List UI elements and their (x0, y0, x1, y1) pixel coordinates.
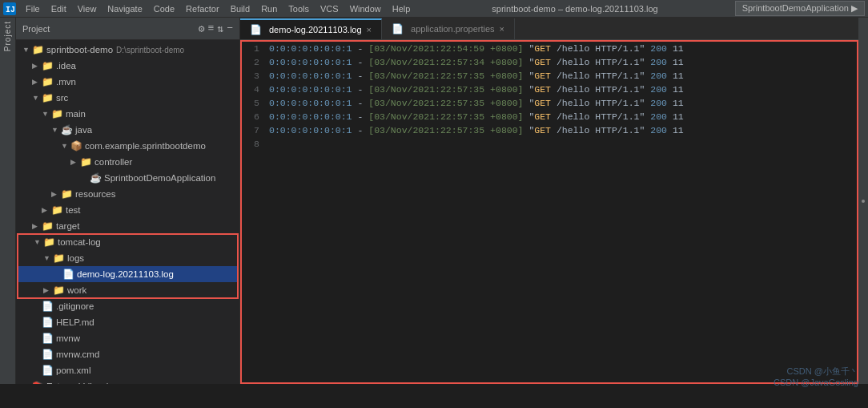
sort-icon[interactable]: ⇅ (217, 22, 223, 35)
tree-item-mvn[interactable]: ▶ 📁 .mvn (16, 74, 239, 90)
folder-icon-target: 📁 (42, 220, 54, 232)
line-number: 2 (242, 55, 266, 69)
tree-item-logs[interactable]: ▼ 📁 logs (18, 250, 238, 266)
tab-demo-log[interactable]: 📄 demo-log.20211103.log × (240, 18, 382, 39)
tree-label-app: SprintbootDemoApplication (104, 173, 215, 183)
arrow-work: ▶ (43, 286, 53, 294)
tree-item-resources[interactable]: ▶ 📁 resources (16, 186, 239, 202)
tree-item-mvnwcmd[interactable]: 📄 mvnw.cmd (16, 346, 239, 362)
line-number: 8 (242, 137, 266, 149)
tab-application-properties[interactable]: 📄 application.properties × (382, 18, 515, 39)
watermark-line2: CSDN @JavaGosling (774, 378, 858, 387)
code-line: 10:0:0:0:0:0:0:1 - [03/Nov/2021:22:54:59… (242, 42, 857, 55)
menu-code[interactable]: Code (149, 2, 179, 15)
java-icon: ☕ (61, 124, 73, 135)
right-handle[interactable] (858, 18, 868, 384)
editor-area: 📄 demo-log.20211103.log × 📄 application.… (240, 18, 858, 384)
menu-refactor[interactable]: Refactor (181, 2, 224, 15)
log-file-icon: 📄 (62, 269, 74, 280)
code-line: 30:0:0:0:0:0:0:1 - [03/Nov/2021:22:57:35… (242, 69, 857, 83)
arrow-idea: ▶ (32, 62, 42, 70)
menu-navigate[interactable]: Navigate (102, 2, 147, 15)
minimize-icon[interactable]: − (227, 22, 233, 35)
tree-item-controller[interactable]: ▶ 📁 controller (16, 154, 239, 170)
menubar-right: SprintbootDemoApplication ▶ (735, 1, 865, 16)
line-text: 0:0:0:0:0:0:0:1 - [03/Nov/2021:22:57:35 … (266, 96, 857, 110)
tree-item-work[interactable]: ▶ 📁 work (18, 282, 238, 298)
tree-item-main[interactable]: ▼ 📁 main (16, 106, 239, 122)
tree-item-package[interactable]: ▼ 📦 com.example.sprintbootdemo (16, 138, 239, 154)
tree-label-mvnw: mvnw (56, 333, 80, 343)
tree-item-tomcat-log[interactable]: ▼ 📁 tomcat-log (18, 234, 238, 250)
menu-build[interactable]: Build (226, 2, 255, 15)
xml-icon-pom: 📄 (42, 365, 54, 376)
gear-icon[interactable]: ⚙ (199, 22, 205, 35)
arrow-package: ▼ (61, 142, 70, 150)
folder-icon-mvn: 📁 (42, 76, 54, 87)
tree-item-external-libs[interactable]: ▶ 📚 External Libraries (16, 378, 239, 384)
menu-vcs[interactable]: VCS (315, 2, 344, 15)
menu-file[interactable]: File (21, 2, 45, 15)
folder-icon-root: 📁 (32, 44, 44, 55)
tree-item-gitignore[interactable]: 📄 .gitignore (16, 298, 239, 314)
menu-edit[interactable]: Edit (46, 2, 71, 15)
menu-window[interactable]: Window (345, 2, 386, 15)
side-strip: Project (0, 18, 16, 384)
menu-tools[interactable]: Tools (283, 2, 314, 15)
tree-item-src[interactable]: ▼ 📁 src (16, 90, 239, 106)
tree-label-controller: controller (94, 157, 132, 167)
folder-icon-test: 📁 (51, 204, 63, 216)
tree-item-app[interactable]: ☕ SprintbootDemoApplication (16, 170, 239, 186)
tree-label-external-libs: External Libraries (46, 382, 118, 384)
tree-label-src: src (56, 93, 68, 103)
package-icon: 📦 (70, 140, 82, 151)
tree-item-pom[interactable]: 📄 pom.xml (16, 362, 239, 378)
watermark: CSDN @小鱼千丶 CSDN @JavaGosling (774, 366, 858, 387)
watermark-line1: CSDN @小鱼千丶 (774, 366, 858, 378)
run-config-button[interactable]: SprintbootDemoApplication ▶ (735, 1, 865, 16)
menu-run[interactable]: Run (256, 2, 282, 15)
line-text: 0:0:0:0:0:0:0:1 - [03/Nov/2021:22:57:34 … (266, 55, 857, 69)
editor-tabs: 📄 demo-log.20211103.log × 📄 application.… (240, 18, 858, 40)
line-text: 0:0:0:0:0:0:0:1 - [03/Nov/2021:22:57:35 … (266, 123, 857, 137)
code-line: 70:0:0:0:0:0:0:1 - [03/Nov/2021:22:57:35… (242, 123, 857, 137)
java-file-icon: ☕ (90, 172, 102, 184)
arrow-controller: ▶ (70, 158, 80, 166)
tab-close-properties[interactable]: × (500, 24, 504, 34)
tree-label-logs: logs (67, 253, 84, 263)
tree-item-demo-log[interactable]: 📄 demo-log.20211103.log (18, 266, 238, 282)
tree-item-mvnw[interactable]: 📄 mvnw (16, 330, 239, 346)
project-header-icons: ⚙ ≡ ⇅ − (199, 22, 233, 35)
line-number: 4 (242, 83, 266, 96)
line-text: 0:0:0:0:0:0:0:1 - [03/Nov/2021:22:57:35 … (266, 110, 857, 123)
file-icon-gitignore: 📄 (42, 301, 54, 312)
project-strip-label[interactable]: Project (3, 21, 12, 51)
arrow-tomcat-log: ▼ (34, 238, 43, 246)
tree-label-java: java (75, 125, 92, 135)
code-line: 50:0:0:0:0:0:0:1 - [03/Nov/2021:22:57:35… (242, 96, 857, 110)
tree-item-java[interactable]: ▼ ☕ java (16, 122, 239, 138)
line-number: 5 (242, 96, 266, 110)
file-icon-help: 📄 (42, 317, 54, 328)
tab-close-demo-log[interactable]: × (367, 25, 372, 34)
tree-item-target[interactable]: ▶ 📁 target (16, 218, 239, 234)
tab-label-properties: application.properties (411, 24, 495, 34)
tree-item-test[interactable]: ▶ 📁 test (16, 202, 239, 218)
menu-view[interactable]: View (73, 2, 102, 15)
folder-icon-idea: 📁 (42, 60, 54, 71)
tree-item-root[interactable]: ▼ 📁 sprintboot-demo D:\sprintboot-demo (16, 42, 239, 58)
tab-icon-demo-log: 📄 (250, 24, 262, 35)
arrow-target: ▶ (32, 222, 42, 230)
folder-icon-work: 📁 (53, 285, 65, 296)
folder-icon-resources: 📁 (61, 188, 73, 200)
list-icon[interactable]: ≡ (208, 22, 215, 35)
menu-help[interactable]: Help (388, 2, 416, 15)
code-table: 10:0:0:0:0:0:0:1 - [03/Nov/2021:22:54:59… (242, 42, 857, 149)
file-icon-mvnw: 📄 (42, 333, 54, 344)
code-area: 10:0:0:0:0:0:0:1 - [03/Nov/2021:22:54:59… (240, 40, 858, 384)
arrow-java: ▼ (51, 126, 61, 134)
tree-item-help[interactable]: 📄 HELP.md (16, 314, 239, 330)
tree-label-help: HELP.md (56, 317, 94, 327)
tree-item-idea[interactable]: ▶ 📁 .idea (16, 58, 239, 74)
tree-label-idea: .idea (56, 61, 76, 71)
